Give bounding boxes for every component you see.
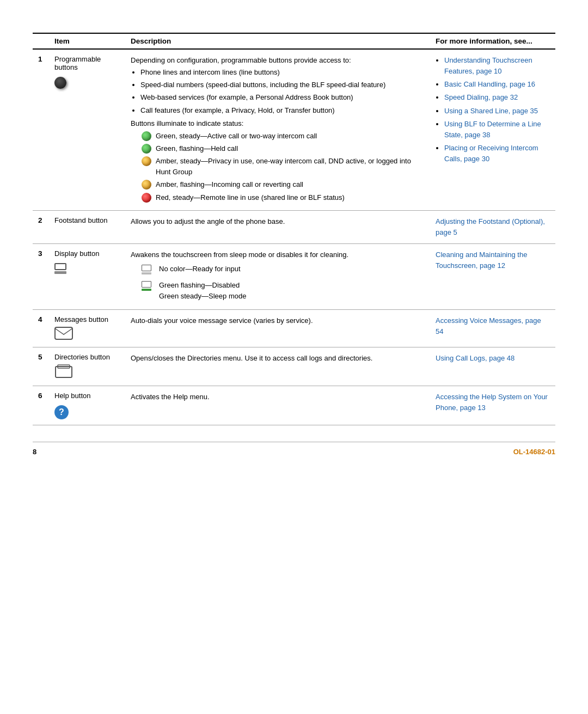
desc-cell-1: Depending on configuration, programmable… xyxy=(125,49,430,210)
table-row: 3 Display button Awakens the touchscreen… xyxy=(33,243,555,309)
display-status-no-color: No color—Ready for input xyxy=(142,264,425,278)
item-cell-6: Help button ? xyxy=(49,386,125,425)
item-label-3: Display button xyxy=(54,249,99,258)
item-label-1: Programmable buttons xyxy=(54,55,101,71)
col-header-item: Item xyxy=(49,33,125,49)
table-row: 2 Footstand button Allows you to adjust … xyxy=(33,210,555,243)
info-link[interactable]: Accessing Voice Messages, page 54 xyxy=(436,316,541,335)
list-item: Using BLF to Determine a Line State, pag… xyxy=(444,119,550,141)
display-status-green: Green flashing—Disabled Green steady—Sle… xyxy=(142,280,425,302)
desc-text-5: Opens/closes the Directories menu. Use i… xyxy=(131,354,372,362)
info-cell-3: Cleaning and Maintaining the Touchscreen… xyxy=(430,243,555,309)
info-link[interactable]: Using a Shared Line, page 35 xyxy=(444,107,538,115)
amber-flash-dot xyxy=(142,180,151,190)
info-link[interactable]: Placing or Receiving Intercom Calls, pag… xyxy=(444,144,538,163)
item-cell-5: Directories button xyxy=(49,347,125,386)
messages-button-icon xyxy=(54,327,120,341)
page-wrapper: Item Description For more information, s… xyxy=(33,33,555,456)
table-row: 1 Programmable buttons Depending on conf… xyxy=(33,49,555,210)
page-footer: 8 OL-14682-01 xyxy=(33,442,555,456)
item-cell-4: Messages button xyxy=(49,309,125,347)
info-cell-6: Accessing the Help System on Your Phone,… xyxy=(430,386,555,425)
status-label-green-flash: Green, flashing—Held call xyxy=(156,143,238,154)
info-link[interactable]: Cleaning and Maintaining the Touchscreen… xyxy=(436,251,527,270)
red-steady-dot xyxy=(142,193,151,203)
envelope-icon xyxy=(54,327,73,340)
row-num-4: 4 xyxy=(33,309,49,347)
desc-text-6: Activates the Help menu. xyxy=(131,393,210,401)
main-table: Item Description For more information, s… xyxy=(33,33,555,425)
table-row: 6 Help button ? Activates the Help menu.… xyxy=(33,386,555,425)
info-cell-4: Accessing Voice Messages, page 54 xyxy=(430,309,555,347)
info-link[interactable]: Using BLF to Determine a Line State, pag… xyxy=(444,120,541,139)
row-num-3: 3 xyxy=(33,243,49,309)
info-link[interactable]: Understanding Touchscreen Features, page… xyxy=(444,56,532,75)
desc-cell-5: Opens/closes the Directories menu. Use i… xyxy=(125,347,430,386)
page-number: 8 xyxy=(33,448,36,456)
col-header-info: For more information, see... xyxy=(430,33,555,49)
row-num-2: 2 xyxy=(33,210,49,243)
table-row: 5 Directories button Opens/closes the Di… xyxy=(33,347,555,386)
row-num-6: 6 xyxy=(33,386,49,425)
desc-intro-3: Awakens the touchscreen from sleep mode … xyxy=(131,251,348,259)
status-label-amber-steady: Amber, steady—Privacy in use, one-way in… xyxy=(156,156,425,178)
info-cell-1: Understanding Touchscreen Features, page… xyxy=(430,49,555,210)
list-item: Phone lines and intercom lines (line but… xyxy=(140,67,425,78)
green-flash-dot xyxy=(142,144,151,154)
desc-cell-2: Allows you to adjust the angle of the ph… xyxy=(125,210,430,243)
list-item: Placing or Receiving Intercom Calls, pag… xyxy=(444,143,550,164)
display-button-icon xyxy=(54,261,120,276)
list-item: Using a Shared Line, page 35 xyxy=(444,106,550,117)
dir-icon xyxy=(54,364,74,379)
status-row-green-steady: Green, steady—Active call or two-way int… xyxy=(142,131,425,142)
display-green-icon xyxy=(142,281,155,294)
question-mark-icon: ? xyxy=(54,405,69,419)
item-label-2: Footstand button xyxy=(54,216,108,224)
desc-cell-3: Awakens the touchscreen from sleep mode … xyxy=(125,243,430,309)
item-cell-2: Footstand button xyxy=(49,210,125,243)
list-item: Basic Call Handling, page 16 xyxy=(444,79,550,90)
item-label-5: Directories button xyxy=(54,353,110,361)
info-list-1: Understanding Touchscreen Features, page… xyxy=(444,55,550,164)
status-label-green-steady: Green, steady—Active call or two-way int… xyxy=(156,131,317,142)
col-header-num xyxy=(33,33,49,49)
desc-text-4: Auto-dials your voice message service (v… xyxy=(131,316,313,325)
svg-rect-0 xyxy=(55,327,72,339)
list-item: Speed Dialing, page 32 xyxy=(444,92,550,103)
display-no-color-icon xyxy=(142,265,155,278)
col-header-desc: Description xyxy=(125,33,430,49)
desc-text-2: Allows you to adjust the angle of the ph… xyxy=(131,217,285,225)
desc-cell-6: Activates the Help menu. xyxy=(125,386,430,425)
row-num-1: 1 xyxy=(33,49,49,210)
item-label-4: Messages button xyxy=(54,315,108,324)
info-link[interactable]: Adjusting the Footstand (Optional), page… xyxy=(436,217,545,236)
info-link[interactable]: Using Call Logs, page 48 xyxy=(436,354,514,362)
desc-intro-1: Depending on configuration, programmable… xyxy=(131,56,351,64)
item-cell-3: Display button xyxy=(49,243,125,309)
list-item: Call features (for example, a Privacy, H… xyxy=(140,105,425,116)
status-row-amber-flash: Amber, flashing—Incoming call or reverti… xyxy=(142,179,425,190)
info-cell-5: Using Call Logs, page 48 xyxy=(430,347,555,386)
display-status-no-color-label: No color—Ready for input xyxy=(159,264,241,274)
item-label-6: Help button xyxy=(54,392,91,400)
info-link[interactable]: Speed Dialing, page 32 xyxy=(444,93,518,101)
info-link[interactable]: Basic Call Handling, page 16 xyxy=(444,80,535,88)
display-status-green-label: Green flashing—Disabled Green steady—Sle… xyxy=(159,280,246,302)
document-number: OL-14682-01 xyxy=(513,448,555,456)
status-intro-1: Buttons illuminate to indicate status: xyxy=(131,118,425,129)
info-link[interactable]: Accessing the Help System on Your Phone,… xyxy=(436,393,548,412)
desc-cell-4: Auto-dials your voice message service (v… xyxy=(125,309,430,347)
item-cell-1: Programmable buttons xyxy=(49,49,125,210)
status-label-red-steady: Red, steady—Remote line in use (shared l… xyxy=(156,192,345,203)
help-button-icon: ? xyxy=(54,403,120,419)
info-cell-2: Adjusting the Footstand (Optional), page… xyxy=(430,210,555,243)
list-item: Speed-dial numbers (speed-dial buttons, … xyxy=(140,80,425,90)
status-row-red-steady: Red, steady—Remote line in use (shared l… xyxy=(142,192,425,203)
amber-steady-dot xyxy=(142,156,151,166)
list-item: Web-based services (for example, a Perso… xyxy=(140,92,425,103)
directories-button-icon xyxy=(54,364,120,380)
status-row-amber-steady: Amber, steady—Privacy in use, one-way in… xyxy=(142,156,425,178)
desc-list-1: Phone lines and intercom lines (line but… xyxy=(140,67,425,116)
programmable-button-icon xyxy=(54,75,120,90)
table-row: 4 Messages button Auto-dials your voice … xyxy=(33,309,555,347)
